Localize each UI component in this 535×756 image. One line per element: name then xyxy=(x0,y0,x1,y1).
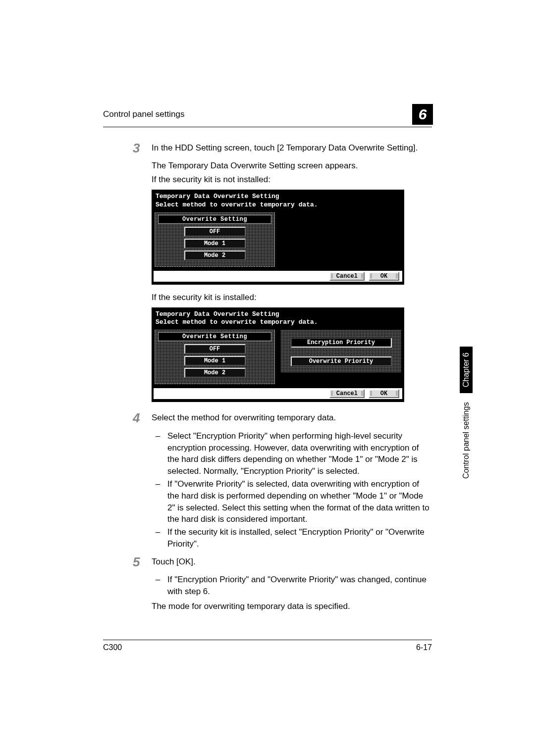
step-text: Touch [OK]. xyxy=(152,553,432,571)
panel-title-1: Temporary Data Overwrite Setting xyxy=(156,193,400,201)
step-5: 5 Touch [OK]. xyxy=(133,553,432,571)
step-5-bullets: If "Encryption Priority" and "Overwrite … xyxy=(152,574,432,598)
footer-left: C300 xyxy=(103,643,122,652)
step-subtext: The Temporary Data Overwrite Setting scr… xyxy=(152,160,432,172)
step-number: 3 xyxy=(133,139,152,157)
step-number: 5 xyxy=(133,553,152,571)
bullet-item: If "Overwrite Priority" is selected, dat… xyxy=(152,478,432,525)
mode2-button[interactable]: Mode 2 xyxy=(184,368,246,378)
header-title: Control panel settings xyxy=(103,109,184,119)
side-chapter-chip: Chapter 6 xyxy=(460,347,473,393)
step-number: 4 xyxy=(133,409,152,427)
mode2-button[interactable]: Mode 2 xyxy=(184,251,246,260)
cancel-button[interactable]: Cancel xyxy=(329,272,365,281)
panel-footer: Cancel OK xyxy=(154,388,402,399)
lcd-panel-no-kit: Temporary Data Overwrite Setting Select … xyxy=(152,190,404,285)
step-subtext: If the security kit is not installed: xyxy=(152,174,432,186)
group-title: Overwrite Setting xyxy=(158,332,271,341)
panel-title-2: Select method to overwrite temporary dat… xyxy=(156,201,400,209)
mode1-button[interactable]: Mode 1 xyxy=(184,239,246,249)
cancel-button[interactable]: Cancel xyxy=(329,389,365,398)
panel-footer: Cancel OK xyxy=(154,271,402,282)
step-text: Select the method for overwriting tempor… xyxy=(152,409,432,427)
mode1-button[interactable]: Mode 1 xyxy=(184,356,246,366)
page-header: Control panel settings 6 xyxy=(103,104,432,127)
bullet-item: If "Encryption Priority" and "Overwrite … xyxy=(152,574,432,598)
side-tab: Control panel settings Chapter 6 xyxy=(460,347,473,479)
step-text: In the HDD Setting screen, touch [2 Temp… xyxy=(152,139,432,157)
content-body: 3 In the HDD Setting screen, touch [2 Te… xyxy=(103,139,432,612)
side-label: Control panel settings xyxy=(462,402,471,479)
overwrite-group: Overwrite Setting OFF Mode 1 Mode 2 xyxy=(155,330,275,384)
panel-header: Temporary Data Overwrite Setting Select … xyxy=(152,307,404,328)
page-footer: C300 6-17 xyxy=(103,640,432,652)
footer-right: 6-17 xyxy=(416,643,432,652)
step-subtext: If the security kit is installed: xyxy=(152,292,432,303)
off-button[interactable]: OFF xyxy=(184,227,246,237)
encryption-priority-button[interactable]: Encryption Priority xyxy=(291,338,392,348)
step-4: 4 Select the method for overwriting temp… xyxy=(133,409,432,427)
lcd-panel-with-kit: Temporary Data Overwrite Setting Select … xyxy=(152,307,404,403)
panel-title-2: Select method to overwrite temporary dat… xyxy=(156,318,400,327)
group-title: Overwrite Setting xyxy=(158,215,271,224)
overwrite-group: Overwrite Setting OFF Mode 1 Mode 2 xyxy=(155,212,275,267)
priority-group: Encryption Priority Overwrite Priority xyxy=(281,330,401,372)
bullet-item: If the security kit is installed, select… xyxy=(152,526,432,550)
step-subtext: The mode for overwriting temporary data … xyxy=(152,601,432,612)
off-button[interactable]: OFF xyxy=(184,344,246,354)
panel-header: Temporary Data Overwrite Setting Select … xyxy=(152,190,404,210)
overwrite-priority-button[interactable]: Overwrite Priority xyxy=(291,356,392,366)
chapter-badge: 6 xyxy=(412,104,433,125)
ok-button[interactable]: OK xyxy=(369,272,399,281)
step-3: 3 In the HDD Setting screen, touch [2 Te… xyxy=(133,139,432,157)
bullet-item: Select "Encryption Priority" when perfor… xyxy=(152,430,432,477)
panel-title-1: Temporary Data Overwrite Setting xyxy=(156,310,400,319)
ok-button[interactable]: OK xyxy=(369,389,399,398)
step-4-bullets: Select "Encryption Priority" when perfor… xyxy=(152,430,432,550)
